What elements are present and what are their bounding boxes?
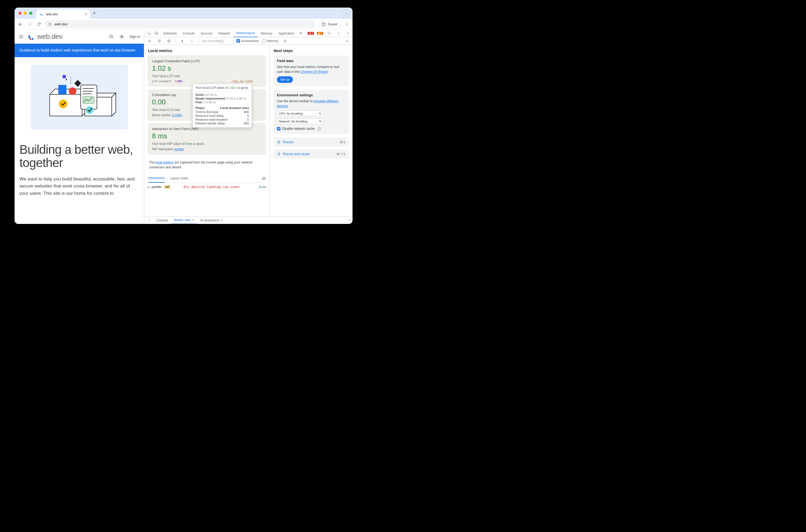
close-devtools-icon[interactable]: × [344,30,351,37]
capture-settings-icon[interactable] [344,38,350,44]
site-settings-icon[interactable] [48,22,52,26]
gc-button[interactable] [282,38,288,44]
back-button[interactable] [17,21,24,27]
svg-point-12 [110,35,113,38]
window-controls [18,12,32,15]
record-button[interactable] [146,38,153,44]
svg-point-4 [50,24,51,25]
svg-point-26 [86,106,93,114]
reload-button[interactable] [36,21,42,27]
svg-point-32 [329,33,330,34]
search-button[interactable] [109,34,114,39]
screenshots-checkbox[interactable]: Screenshots [237,39,259,43]
tab-memory[interactable]: Memory [258,30,275,37]
close-tab-icon[interactable]: × [192,218,194,222]
tab-sources[interactable]: Sources [198,30,215,37]
drawer-tab-whatsnew[interactable]: What's new× [171,216,197,224]
banner: Guidance to build modern web experiences… [15,44,144,57]
more-options-icon[interactable] [335,30,342,37]
url-text: web.dev [55,22,68,26]
chevron-down-icon [227,40,230,42]
tab-application[interactable]: Application [276,30,297,37]
record-action[interactable]: Record ⌘ E [274,138,349,147]
env-text: Use the device toolbar to simulate diffe… [277,99,345,109]
sign-in-link[interactable]: Sign in [129,35,140,39]
more-tabs-button[interactable] [298,30,304,37]
field-data-text: See how your local metrics compare to re… [277,64,345,74]
theme-toggle-button[interactable] [119,34,125,39]
memory-checkbox[interactable]: Memory [262,39,278,43]
svg-rect-16 [58,85,67,94]
reload-record-button[interactable] [156,38,163,44]
settings-icon[interactable] [326,30,333,37]
download-button[interactable] [189,38,195,44]
logo-text: web.dev [37,32,62,41]
devtools-drawer: Console What's new× AI assistance × [144,216,353,224]
cpu-throttling-select[interactable]: CPU: No throttling▾ [277,111,323,116]
svg-rect-41 [284,40,286,42]
inp-card: Interaction to Next Paint (INP) 8 ms You… [148,123,266,155]
drawer-tab-console[interactable]: Console [153,216,171,224]
forward-button[interactable] [26,21,33,27]
error-count-badge[interactable]: ⊗2 [307,32,315,35]
browser-tab[interactable]: web.dev × [36,10,90,19]
close-drawer-icon[interactable]: × [349,218,350,222]
svg-point-51 [149,221,150,222]
record-reload-shortcut: ⌘ ⇧ E [337,152,345,156]
tab-network[interactable]: Network [216,30,233,37]
crux-report-link[interactable]: Chrome UX Report [300,70,328,74]
profile-button[interactable]: Guest [318,20,341,28]
close-tab-icon[interactable]: × [85,12,87,17]
clear-button[interactable] [166,38,172,44]
inspect-element-button[interactable] [146,30,152,37]
tab-layout-shifts[interactable]: Layout shifts [170,174,188,183]
disable-cache-checkbox[interactable] [277,127,280,131]
cls-shifts-link[interactable]: 3 shifts [172,113,182,117]
upload-button[interactable] [179,38,185,44]
tab-interactions[interactable]: Interactions [148,174,165,183]
interaction-row[interactable]: ▸ pointer INP div.devsite-landing-row-in… [148,183,266,191]
local-metrics-link[interactable]: local metrics [155,160,173,164]
fullscreen-window-button[interactable] [29,12,32,15]
svg-rect-40 [191,42,193,42]
interaction-time: 8 ms [259,185,266,189]
site-logo[interactable]: web.dev [27,32,62,41]
close-window-button[interactable] [18,12,22,15]
setup-button[interactable]: Set up [277,76,293,83]
minimize-window-button[interactable] [24,12,27,15]
record-reload-action[interactable]: Record and reload ⌘ ⇧ E [274,150,349,159]
device-toolbar-button[interactable] [153,30,159,37]
tab-overflow-button[interactable] [342,10,350,17]
svg-text:?: ? [319,128,320,130]
field-data-title: Field data [277,59,345,63]
lcp-value: 1.02 s [152,64,262,73]
recordings-select[interactable]: (no recordings) [202,39,224,43]
svg-point-9 [346,25,347,26]
svg-line-44 [263,177,265,179]
warning-count-badge[interactable]: ▮2 [317,32,323,35]
drawer-menu-icon[interactable] [146,217,153,224]
tab-console[interactable]: Console [180,30,197,37]
svg-point-8 [346,24,347,24]
drawer-tab-ai[interactable]: AI assistance [197,216,226,224]
network-throttling-select[interactable]: Network: No throttling▾ [277,118,323,124]
address-bar[interactable]: web.dev [45,20,315,28]
svg-point-42 [346,40,348,41]
svg-point-10 [30,38,31,40]
browser-menu-button[interactable] [343,21,350,27]
performance-toolbar: (no recordings) Screenshots Memory [144,37,353,45]
help-icon[interactable]: ? [317,127,321,131]
menu-button[interactable] [18,34,24,39]
profile-label: Guest [328,22,337,26]
svg-point-6 [323,23,324,24]
inp-interaction-link[interactable]: pointer [174,147,184,151]
tab-elements[interactable]: Elements [161,30,180,37]
local-metrics-footnote: The local metrics are captured from the … [148,157,266,172]
lcp-tooltip: Your local LCP value of 1.02 s is good. … [192,83,252,128]
clear-interactions-icon[interactable] [262,176,266,180]
svg-point-27 [65,79,67,80]
inp-interaction-row: INP interaction pointer [152,147,262,151]
new-tab-button[interactable]: + [93,11,96,16]
tab-performance[interactable]: Performance [233,30,258,37]
expand-icon[interactable]: ▸ [148,185,150,189]
